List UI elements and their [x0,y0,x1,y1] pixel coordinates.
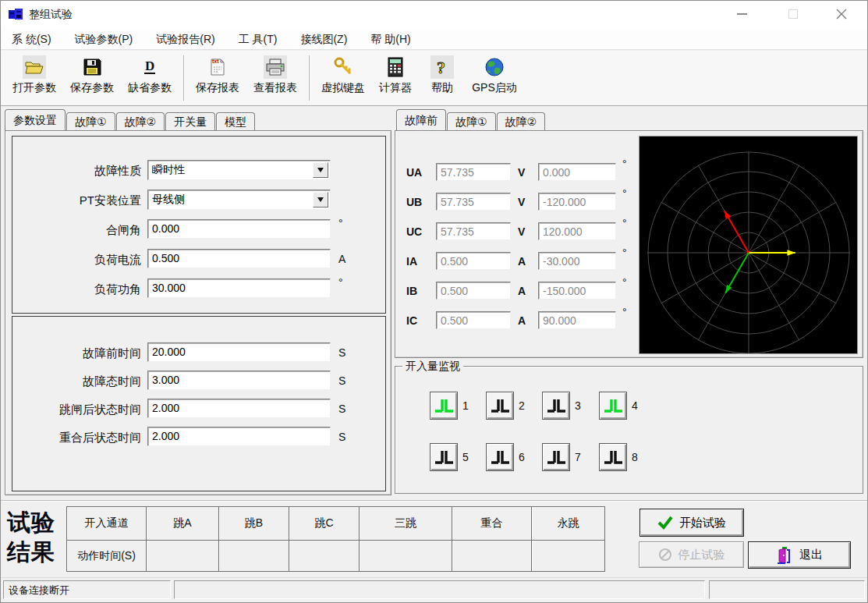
ib-magnitude-input[interactable]: 0.500 [436,282,511,300]
close-button[interactable] [819,1,864,27]
tab-fault-1-right[interactable]: 故障① [447,112,496,130]
contact-icon [603,397,623,414]
ic-label: IC [406,314,417,327]
switch-button-3[interactable] [542,392,570,420]
dropdown-button[interactable] [313,162,328,178]
ub-angle-input[interactable]: -120.000 [538,193,616,211]
ic-angle-unit: ° [622,306,627,318]
dropdown-button[interactable] [313,192,328,208]
ia-mag-unit: A [518,255,526,268]
tab-fault-1-left[interactable]: 故障① [66,112,115,130]
save-params-button[interactable]: 保存参数 [63,54,121,95]
virtual-keyboard-button[interactable]: 虚拟键盘 [314,54,372,95]
app-icon [9,8,24,22]
load-current-unit: A [338,253,345,265]
toolbar-label: GPS启动 [472,81,517,95]
menu-bar: 系 统(S) 试验参数(P) 试验报告(R) 工 具(T) 接线图(Z) 帮 助… [1,30,867,50]
start-test-label: 开始试验 [679,516,726,530]
tab-param-settings[interactable]: 参数设置 [5,109,66,130]
tab-prefault[interactable]: 故障前 [396,109,446,130]
results-separator [1,500,867,502]
value-cell-three-trip [360,541,452,572]
header-cell-reclose: 重合 [452,507,532,541]
switch-button-2[interactable] [486,392,514,420]
stop-test-button[interactable]: 停止试验 [639,541,744,568]
tab-model[interactable]: 模型 [216,112,255,130]
switch-button-4[interactable] [599,392,627,420]
menu-wiring-diagram[interactable]: 接线图(Z) [300,33,347,47]
menu-test-report[interactable]: 试验报告(R) [156,33,214,47]
help-button[interactable]: ? 帮助 [419,54,466,95]
fault-time-label: 故障态时间 [12,374,141,389]
ib-angle-input[interactable]: -150.000 [538,282,616,300]
ia-angle-input[interactable]: -30.000 [538,252,616,270]
pt-position-value: 母线侧 [152,193,185,205]
phasor-arrows [725,211,795,293]
prefault-time-label: 故障前时间 [12,346,141,361]
uc-magnitude-input[interactable]: 57.735 [436,222,511,240]
ic-mag-unit: A [518,314,526,327]
start-test-button[interactable]: 开始试验 [639,509,744,537]
fault-nature-select[interactable]: 瞬时性 [147,160,331,180]
load-angle-input[interactable]: 30.000 [147,278,331,298]
prefault-time-input[interactable]: 20.000 [147,342,331,362]
check-icon [657,516,673,530]
maximize-button[interactable] [771,1,816,27]
open-folder-icon [23,55,46,79]
open-params-button[interactable]: 打开参数 [5,54,63,95]
view-report-button[interactable]: 查看报表 [246,54,304,95]
input-monitor-group: 开入量监视 1 2 3 4 [395,366,863,494]
contact-icon [490,397,510,414]
switch-button-6[interactable] [486,443,514,471]
switch-label-3: 3 [575,399,581,412]
default-params-button[interactable]: D 缺省参数 [121,54,179,95]
fault-params-box: 故障性质 瞬时性 PT安装位置 母线侧 合闸角 0.000 ° 负荷电流 0.5… [12,136,386,314]
svg-text:txt: txt [212,59,219,64]
close-icon [836,9,847,20]
menu-help[interactable]: 帮 助(H) [370,33,410,47]
minimize-button[interactable] [719,1,764,27]
ia-magnitude-input[interactable]: 0.500 [436,252,511,270]
uc-label: UC [406,225,422,238]
pt-position-select[interactable]: 母线侧 [147,190,331,210]
switch-label-4: 4 [632,399,638,412]
switch-button-7[interactable] [542,443,570,471]
post-trip-time-input[interactable]: 2.000 [147,399,331,418]
load-current-input[interactable]: 0.500 [147,249,331,268]
ia-angle-unit: ° [622,247,627,259]
menu-system[interactable]: 系 统(S) [12,33,51,47]
value-cell-trip-a [147,541,219,572]
menu-tools[interactable]: 工 具(T) [239,33,278,47]
post-reclose-time-input[interactable]: 2.000 [147,427,331,446]
post-trip-time-unit: S [338,403,345,415]
uc-angle-input[interactable]: 120.000 [538,222,616,240]
switch-button-1[interactable] [430,392,458,420]
tab-switch-quantity[interactable]: 开关量 [165,112,215,130]
header-cell-perm-trip: 永跳 [532,507,605,541]
save-report-button[interactable]: txt 保存报表 [189,54,246,95]
menu-test-params[interactable]: 试验参数(P) [75,33,133,47]
switch-label-6: 6 [519,451,525,463]
ic-angle-input[interactable]: 90.000 [538,311,616,329]
switch-label-1: 1 [462,399,469,412]
header-cell-three-trip: 三跳 [360,507,452,541]
ua-angle-input[interactable]: 0.000 [538,163,616,181]
ic-magnitude-input[interactable]: 0.500 [436,311,511,329]
calculator-button[interactable]: 计算器 [372,54,419,95]
closing-angle-input[interactable]: 0.000 [147,219,331,239]
exit-button[interactable]: 退出 [748,541,851,569]
fault-time-input[interactable]: 3.000 [147,371,331,390]
ua-magnitude-input[interactable]: 57.735 [436,163,511,181]
tab-fault-2-right[interactable]: 故障② [497,112,546,130]
toolbar-separator [183,55,184,101]
switch-button-5[interactable] [430,443,458,471]
results-title: 试验 结果 [7,508,55,567]
switch-button-8[interactable] [599,443,627,471]
left-tabstrip: 参数设置 故障① 故障② 开关量 模型 [5,110,256,130]
input-monitor-title: 开入量监视 [402,360,463,374]
tab-fault-2-left[interactable]: 故障② [116,112,165,130]
ib-angle-unit: ° [622,276,627,289]
contact-icon [434,397,454,414]
gps-start-button[interactable]: GPS启动 [466,54,523,95]
ub-magnitude-input[interactable]: 57.735 [436,193,511,211]
